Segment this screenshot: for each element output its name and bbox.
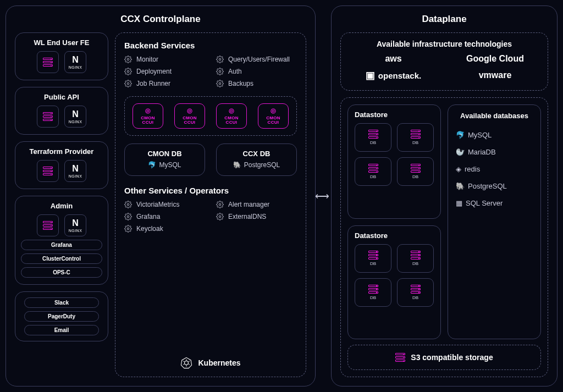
dataplane-title: Dataplane [340,14,548,25]
admin-title: Admin [21,202,102,210]
s3-storage-box: S3 compatible storage [347,345,541,370]
service-item: Alert manager [216,201,297,208]
service-item: Job Runner [124,80,205,87]
server-icon [37,51,59,73]
cmon-db-title: CMON DB [131,150,198,158]
mariadb-logo: 🦭MariaDB [456,148,533,156]
vmware-logo: vmware [479,70,512,80]
db-box: DB [355,123,391,152]
bidirectional-arrow-icon: ⟷ [315,190,329,202]
alert-pill: Email [24,325,99,335]
available-db-title: Available databases [456,112,533,120]
gear-icon [216,68,224,75]
db-box: DB [397,244,434,273]
sqlserver-logo: ▦SQL Server [456,199,533,207]
gear-icon [216,80,224,87]
kubernetes-icon [180,357,192,369]
controlplane-panel: CCX Controlplane WL End User FE NNGINX P… [5,5,316,387]
postgresql-logo: 🐘PostgreSQL [223,161,290,169]
admin-tool-list: Grafana ClusterControl OPS-C [21,240,102,278]
other-services-grid: VictoriaMetrics Alert manager Grafana Ex… [124,201,297,233]
backend-services-panel: Backend Services Monitor Query/Users/Fir… [115,32,306,377]
nginx-icon: NNGINX [64,160,86,182]
aws-logo: aws [385,54,401,64]
kubernetes-label: Kubernetes [198,358,240,367]
service-item: Keycloak [124,225,205,233]
gear-icon [124,225,132,233]
service-item: VictoriaMetrics [124,201,205,208]
cmon-ccui-item: CMONCCUI [258,103,289,129]
svg-line-4 [183,361,185,362]
cmon-ccui-item: CMONCCUI [216,103,247,129]
available-databases-card: Available databases 🐬MySQL 🦭MariaDB ◈red… [448,104,541,339]
gear-icon [124,56,132,63]
gear-icon [228,107,235,115]
kubernetes-row: Kubernetes [124,355,297,369]
db-box: DB [355,244,391,273]
server-icon [37,106,59,128]
controlplane-title: CCX Controlplane [15,14,306,25]
db-box: DB [397,157,434,186]
nginx-icon: NNGINX [64,51,86,73]
mysql-logo: 🐬MySQL [456,131,533,139]
gear-icon [186,107,194,115]
admin-tool-pill: ClusterControl [21,253,102,264]
alert-pill: PagerDuty [24,311,99,322]
db-row: CMON DB 🐬MySQL CCX DB 🐘PostgreSQL [124,143,297,176]
svg-point-1 [185,361,189,365]
datastore-title: Datastore [355,231,434,240]
cmon-db-card: CMON DB 🐬MySQL [124,143,205,176]
alert-pill: Slack [24,297,99,308]
backend-services-title: Backend Services [124,41,297,50]
ccx-db-card: CCX DB 🐘PostgreSQL [216,143,297,176]
server-icon [395,353,405,362]
svg-line-5 [188,363,190,365]
infra-technologies-box: Available infrastructure technologies aw… [340,32,548,91]
db-box: DB [397,278,434,307]
svg-line-7 [183,363,185,365]
postgresql-logo: 🐘PostgreSQL [456,182,533,190]
gear-icon [216,213,224,220]
wl-title: WL End User FE [21,38,102,47]
service-item: Deployment [124,68,205,75]
gear-icon [144,107,152,115]
nginx-icon: NNGINX [64,106,86,128]
ccx-db-title: CCX DB [223,150,290,158]
cmon-ccui-row: CMONCCUI CMONCCUI CMONCCUI CMONCCUI [124,96,297,136]
public-api-title: Public API [21,93,102,101]
openstack-logo: ▣openstack. [366,69,421,81]
dataplane-main-box: Datastore DB DB DB DB Datastore DB [340,97,548,377]
infra-title: Available infrastructure technologies [351,40,538,48]
cmon-ccui-item: CMONCCUI [133,103,163,129]
db-box: DB [355,157,391,186]
server-icon [37,160,59,182]
google-cloud-logo: Google Cloud [466,54,524,64]
server-icon [37,214,59,236]
service-item: ExternalDNS [216,213,297,220]
service-item: Grafana [124,213,205,220]
backend-services-grid: Monitor Query/Users/Firewall Deployment … [124,56,297,87]
service-item: Query/Users/Firewall [216,56,297,63]
service-item: Backups [216,80,297,87]
tf-title: Terraform Provider [21,147,102,156]
gear-icon [124,213,132,220]
admin-tool-pill: Grafana [21,240,102,250]
cmon-ccui-item: CMONCCUI [174,103,205,129]
wl-end-user-fe-card: WL End User FE NNGINX [15,32,108,80]
gear-icon [216,201,224,208]
s3-label: S3 compatible storage [411,353,493,362]
datastore-column: Datastore DB DB DB DB Datastore DB [347,104,441,339]
datastore-card: Datastore DB DB DB DB [347,225,441,340]
mysql-logo: 🐬MySQL [131,161,198,169]
gear-icon [124,80,132,87]
dataplane-panel: Dataplane Available infrastructure techn… [331,5,558,387]
admin-tool-pill: OPS-C [21,267,102,278]
svg-line-6 [188,361,190,362]
terraform-provider-card: Terraform Provider NNGINX [15,141,108,189]
other-services-title: Other Services / Operators [124,186,297,195]
service-item: Monitor [124,56,205,63]
nginx-icon: NNGINX [64,214,86,236]
service-item: Auth [216,68,297,75]
gear-icon [269,107,277,115]
db-box: DB [397,123,434,152]
